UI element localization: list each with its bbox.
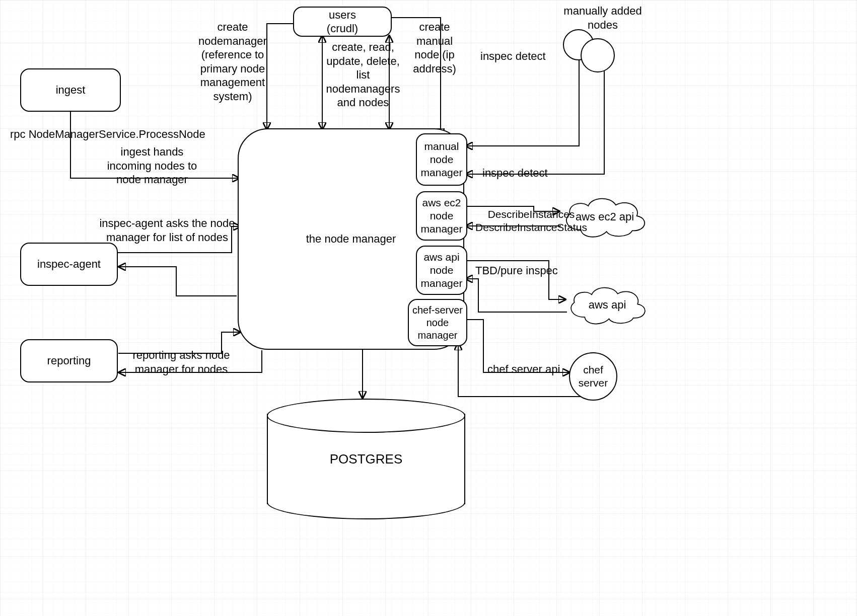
aws-ec2-node-manager-label: aws ec2 node manager <box>421 196 463 236</box>
chef-server-api-label: chef server api <box>487 362 588 376</box>
manual-node-manager-box: manual node manager <box>416 133 467 186</box>
aws-api-label: aws api <box>589 298 626 312</box>
rpc-label: rpc NodeManagerService.ProcessNode <box>10 127 222 141</box>
create-manual-node-label: create manual node (ip address) <box>404 20 465 75</box>
node-manager-label: the node manager <box>306 232 396 246</box>
aws-api-node-manager-box: aws api node manager <box>416 246 467 295</box>
tbd-inspec-label: TBD/pure inspec <box>475 264 576 278</box>
postgres-label: POSTGRES <box>268 415 464 503</box>
inspec-agent-label: inspec-agent <box>37 257 101 271</box>
inspec-agent-box: inspec-agent <box>20 243 118 286</box>
aws-ec2-node-manager-box: aws ec2 node manager <box>416 191 467 241</box>
ingest-hands-label: ingest hands incoming nodes to node mana… <box>97 145 207 187</box>
chef-server-circle: chef server <box>569 352 617 401</box>
inspec-detect-label-1: inspec detect <box>480 49 561 63</box>
inspec-asks-label: inspec-agent asks the node manager for l… <box>92 216 243 244</box>
chef-server-node-manager-label: chef-server node manager <box>412 304 463 342</box>
aws-api-node-manager-label: aws api node manager <box>421 251 463 290</box>
users-label: users (crudl) <box>327 8 358 36</box>
manual-nodes-label: manually added nodes <box>550 4 656 32</box>
manual-node-circle-2 <box>581 38 615 72</box>
reporting-box: reporting <box>20 339 118 382</box>
create-nodemanager-label: create nodemanager (reference to primary… <box>192 20 273 103</box>
postgres-db: POSTGRES <box>267 414 465 504</box>
chef-server-node-manager-box: chef-server node manager <box>408 299 467 346</box>
describe-instances-label: DescribeInstances DescribeInstanceStatus <box>468 208 594 235</box>
users-box: users (crudl) <box>293 7 392 37</box>
ingest-box: ingest <box>20 68 121 112</box>
crud-nodemanagers-label: create, read, update, delete, list nodem… <box>320 40 406 110</box>
reporting-asks-label: reporting asks node manager for nodes <box>126 348 237 376</box>
aws-api-cloud: aws api <box>564 282 651 328</box>
manual-node-manager-label: manual node manager <box>421 140 463 180</box>
inspec-detect-label-2: inspec detect <box>482 166 563 180</box>
ingest-label: ingest <box>56 83 86 97</box>
reporting-label: reporting <box>47 354 91 368</box>
